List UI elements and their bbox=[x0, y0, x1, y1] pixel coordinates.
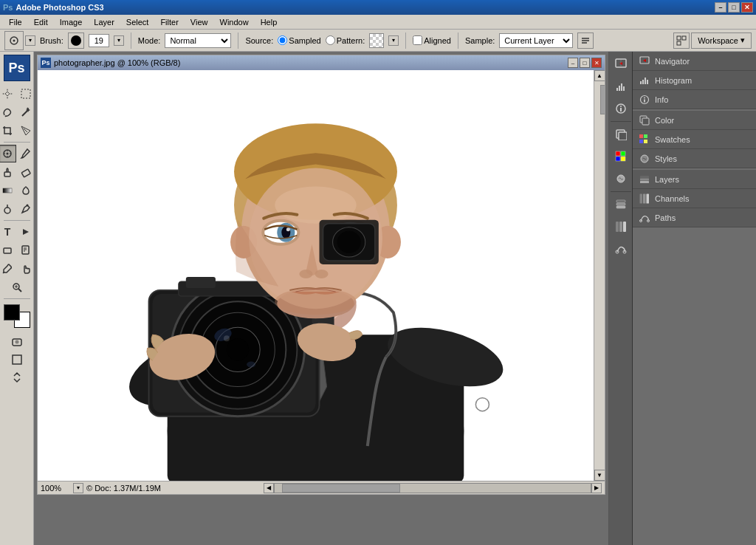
eyedropper-tool[interactable] bbox=[0, 260, 16, 278]
navigator-panel-item[interactable]: Navigator bbox=[633, 52, 756, 71]
restore-button[interactable]: □ bbox=[728, 2, 740, 13]
doc-minimize-btn[interactable]: – bbox=[568, 58, 578, 68]
document-scrollbar-vertical[interactable]: ▲ ▼ bbox=[594, 70, 605, 481]
menu-filter[interactable]: Filter bbox=[154, 15, 184, 30]
path-select-tool[interactable] bbox=[17, 223, 34, 241]
info-panel-item[interactable]: Info bbox=[633, 90, 756, 109]
info-icon-btn[interactable] bbox=[611, 98, 631, 119]
menu-select[interactable]: Select bbox=[120, 15, 155, 30]
source-pattern-label[interactable]: Pattern: bbox=[326, 35, 365, 45]
foreground-color[interactable] bbox=[4, 304, 20, 321]
stamp-tool[interactable] bbox=[0, 163, 16, 181]
magic-wand-tool[interactable] bbox=[17, 103, 34, 121]
svg-rect-126 bbox=[640, 193, 643, 203]
source-sampled-text: Sampled bbox=[289, 36, 320, 45]
source-pattern-radio[interactable] bbox=[326, 35, 335, 45]
scroll-thumb-v[interactable] bbox=[600, 85, 605, 114]
svg-rect-18 bbox=[21, 169, 30, 177]
hand-tool[interactable] bbox=[17, 260, 34, 278]
doc-close-btn[interactable]: ✕ bbox=[591, 58, 602, 68]
sample-options-button[interactable] bbox=[577, 32, 594, 49]
svg-rect-17 bbox=[4, 172, 10, 176]
close-button[interactable]: ✕ bbox=[741, 2, 753, 13]
brush-dropdown-arrow[interactable]: ▾ bbox=[114, 35, 124, 46]
menu-image[interactable]: Image bbox=[54, 15, 89, 30]
brush-preview[interactable] bbox=[68, 32, 84, 49]
brush-label: Brush: bbox=[40, 36, 63, 45]
nav-left-btn[interactable]: ◀ bbox=[264, 483, 274, 493]
lasso-tool[interactable] bbox=[0, 103, 16, 121]
scroll-down-arrow[interactable]: ▼ bbox=[594, 470, 605, 481]
brush-size-input[interactable] bbox=[89, 34, 109, 47]
zoom-tool[interactable] bbox=[8, 278, 26, 296]
scroll-up-arrow[interactable]: ▲ bbox=[594, 70, 605, 81]
screen-mode-tool[interactable] bbox=[8, 351, 26, 369]
notes-tool[interactable] bbox=[17, 241, 34, 259]
dodge-tool[interactable] bbox=[0, 200, 16, 218]
title-bar-controls: – □ ✕ bbox=[715, 2, 753, 13]
shape-tool[interactable] bbox=[0, 241, 16, 259]
layers-icon-btn[interactable] bbox=[611, 194, 631, 215]
aligned-checkbox[interactable] bbox=[413, 35, 422, 45]
color-panel-label: Color bbox=[655, 116, 674, 125]
channels-panel-item[interactable]: Channels bbox=[633, 189, 756, 208]
healing-brush-tool[interactable] bbox=[0, 145, 16, 162]
menu-help[interactable]: Help bbox=[255, 15, 284, 30]
source-sampled-label[interactable]: Sampled bbox=[278, 35, 320, 45]
histogram-panel-item[interactable]: Histogram bbox=[633, 71, 756, 90]
eraser-tool[interactable] bbox=[17, 163, 34, 181]
styles-panel-item[interactable]: Styles bbox=[633, 149, 756, 168]
menu-view[interactable]: View bbox=[185, 15, 214, 30]
nav-right-btn[interactable]: ▶ bbox=[591, 483, 602, 493]
brush-tool[interactable] bbox=[17, 145, 34, 162]
svg-rect-100 bbox=[616, 203, 625, 205]
workspace-icon-btn[interactable] bbox=[673, 32, 690, 49]
menu-layer[interactable]: Layer bbox=[88, 15, 120, 30]
color-swatches[interactable] bbox=[4, 304, 30, 328]
histogram-icon-btn[interactable] bbox=[611, 76, 631, 97]
pattern-preview[interactable] bbox=[369, 33, 384, 48]
histogram-panel-label: Histogram bbox=[655, 76, 692, 85]
navigator-icon-btn[interactable] bbox=[611, 54, 631, 75]
slice-tool[interactable] bbox=[17, 122, 34, 140]
channels-icon-btn[interactable] bbox=[611, 216, 631, 237]
type-tool[interactable]: T bbox=[0, 223, 16, 241]
swatches-icon-btn[interactable] bbox=[611, 146, 631, 167]
workspace-arrow: ▾ bbox=[740, 35, 745, 45]
sample-select[interactable]: Current Layer All Layers Current and Bel… bbox=[499, 33, 573, 48]
color-icon-btn[interactable] bbox=[611, 124, 631, 145]
gradient-tool[interactable] bbox=[0, 182, 16, 199]
aligned-label[interactable]: Aligned bbox=[413, 35, 451, 45]
menu-window[interactable]: Window bbox=[214, 15, 255, 30]
menu-file[interactable]: File bbox=[3, 15, 28, 30]
workspace-button[interactable]: Workspace ▾ bbox=[691, 32, 752, 49]
move-tool[interactable] bbox=[0, 85, 16, 103]
color-panel-item[interactable]: Color bbox=[633, 111, 756, 130]
paths-panel-item[interactable]: Paths bbox=[633, 208, 756, 227]
canvas-area[interactable]: Ps photographer.jpg @ 100% (RGB/8) – □ ✕ bbox=[34, 52, 608, 545]
pen-tool[interactable] bbox=[17, 200, 34, 218]
tool-row-7 bbox=[0, 200, 34, 218]
paths-icon-btn[interactable] bbox=[611, 239, 631, 259]
menu-edit[interactable]: Edit bbox=[28, 15, 54, 30]
blur-tool[interactable] bbox=[17, 182, 34, 199]
tool-row-10 bbox=[0, 260, 34, 278]
doc-window-controls: – □ ✕ bbox=[568, 58, 602, 68]
scroll-track-h[interactable] bbox=[274, 483, 591, 493]
quick-mask-tool[interactable] bbox=[8, 333, 26, 351]
minimize-button[interactable]: – bbox=[715, 2, 726, 13]
zoom-options-btn[interactable]: ▾ bbox=[73, 483, 83, 493]
crop-tool[interactable] bbox=[0, 122, 16, 140]
pattern-dropdown[interactable]: ▾ bbox=[388, 35, 399, 46]
layers-panel-item[interactable]: Layers bbox=[633, 170, 756, 189]
mode-select[interactable]: Normal Replace Multiply Screen bbox=[165, 33, 231, 48]
swatches-panel-item[interactable]: Swatches bbox=[633, 130, 756, 149]
source-sampled-radio[interactable] bbox=[278, 35, 287, 45]
document-content[interactable]: ▲ ▼ bbox=[38, 70, 605, 481]
change-screen-tool[interactable] bbox=[8, 369, 26, 386]
marquee-tool[interactable] bbox=[17, 85, 34, 103]
scroll-thumb-h[interactable] bbox=[282, 484, 400, 493]
doc-restore-btn[interactable]: □ bbox=[580, 58, 590, 68]
styles-icon-btn[interactable] bbox=[611, 168, 631, 189]
tool-options-arrow[interactable]: ▾ bbox=[25, 35, 35, 46]
